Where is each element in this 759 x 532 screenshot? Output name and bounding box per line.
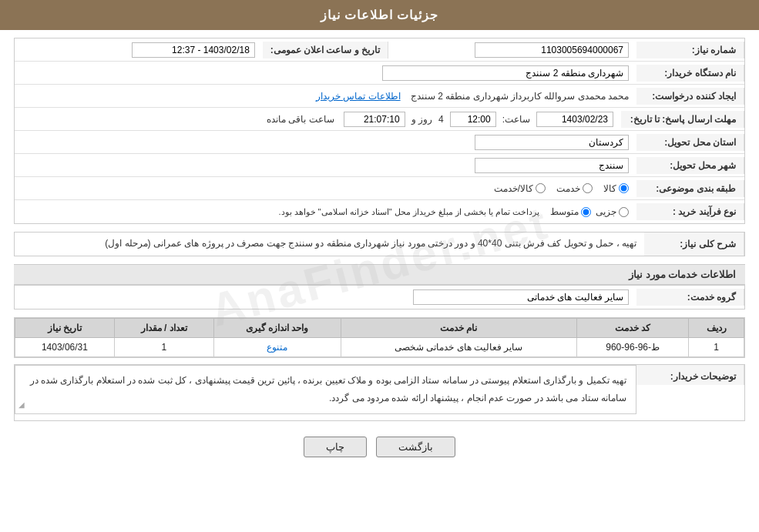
buyer-notes-value: تهیه تکمیل و بارگذاری استعلام پیوستی در … <box>15 365 636 420</box>
cell-unit: متنوع <box>213 338 341 357</box>
buyer-org-row: نام دستگاه خریدار: <box>15 62 744 85</box>
cell-quantity: 1 <box>114 338 213 357</box>
response-days-value: 4 <box>438 114 444 125</box>
button-row: بازگشت چاپ <box>14 429 745 468</box>
creator-label: ایجاد کننده درخواست: <box>636 88 744 105</box>
announce-date-label: تاریخ و ساعت اعلان عمومی: <box>263 42 388 59</box>
group-input[interactable] <box>413 289 629 305</box>
need-number-label: شماره نیاز: <box>636 42 744 59</box>
process-note: پرداخت تمام یا بخشی از مبلغ خریداز محل "… <box>278 207 539 217</box>
response-remaining-input[interactable] <box>344 112 405 127</box>
buyer-notes-row: توضیحات خریدار: تهیه تکمیل و بارگذاری اس… <box>15 365 744 420</box>
col-row-num: ردیف <box>689 319 744 338</box>
col-unit: واحد اندازه گیری <box>213 319 341 338</box>
city-label: شهر محل تحویل: <box>636 157 744 174</box>
table-header-row: ردیف کد خدمت نام خدمت واحد اندازه گیری ت… <box>15 319 744 338</box>
page-header: جزئیات اطلاعات نیاز <box>0 0 759 30</box>
process-value: جزیی متوسط پرداخت تمام یا بخشی از مبلغ خ… <box>15 203 636 220</box>
category-radio-group: کالا خدمت کالا/خدمت <box>22 183 629 194</box>
buyer-notes-label: توضیحات خریدار: <box>636 365 744 385</box>
category-option-kala[interactable]: کالا <box>603 183 629 194</box>
buyer-notes-box: تهیه تکمیل و بارگذاری استعلام پیوستی در … <box>15 365 636 414</box>
response-date-input[interactable] <box>536 112 613 127</box>
need-number-row: شماره نیاز: تاریخ و ساعت اعلان عمومی: <box>15 38 744 62</box>
col-service-name: نام خدمت <box>341 319 577 338</box>
process-radio-jozi[interactable] <box>619 207 629 217</box>
announce-date-input[interactable] <box>132 42 255 58</box>
province-row: استان محل تحویل: <box>15 131 744 154</box>
group-value <box>15 286 636 308</box>
resize-icon: ◢ <box>18 397 25 412</box>
back-button[interactable]: بازگشت <box>376 437 455 457</box>
response-deadline-label: مهلت ارسال پاسخ: تا تاریخ: <box>621 111 744 128</box>
category-row: طبقه بندی موضوعی: کالا خدمت کالا/خدمت <box>15 177 744 200</box>
province-label: استان محل تحویل: <box>636 134 744 151</box>
creator-value: محمد محمدی سروالله کاربرداز شهرداری منطق… <box>15 88 636 105</box>
response-inline-inputs: ساعت: 4 روز و ساعت باقی مانده <box>22 112 613 127</box>
city-input[interactable] <box>475 158 629 173</box>
process-radio-motosat[interactable] <box>581 207 591 217</box>
response-time-label: ساعت: <box>502 114 530 125</box>
col-quantity: تعداد / مقدار <box>114 319 213 338</box>
response-days-label: روز و <box>411 114 432 125</box>
col-date: تاریخ نیاز <box>15 319 115 338</box>
response-time-input[interactable] <box>450 112 496 127</box>
col-service-code: کد خدمت <box>577 319 689 338</box>
cell-service-code: ط-96-96-960 <box>577 338 689 357</box>
city-row: شهر محل تحویل: <box>15 154 744 177</box>
process-label: نوع فرآیند خرید : <box>636 203 744 220</box>
buyer-org-value <box>15 62 636 84</box>
services-group-section: گروه خدمت: <box>14 285 745 309</box>
buyer-notes-text-0: تهیه تکمیل و بارگذاری استعلام پیوستی در … <box>30 375 626 403</box>
creator-row: ایجاد کننده درخواست: محمد محمدی سروالله … <box>15 85 744 108</box>
category-label: طبقه بندی موضوعی: <box>636 180 744 197</box>
category-option-khedmat[interactable]: خدمت <box>556 183 593 194</box>
summary-section: شرح کلی نیاز: تهیه ، حمل و تحویل کف فرش … <box>14 232 745 256</box>
page-container: AnaFinder.net جزئیات اطلاعات نیاز شماره … <box>0 0 759 532</box>
services-table-container: ردیف کد خدمت نام خدمت واحد اندازه گیری ت… <box>14 317 745 358</box>
group-row: گروه خدمت: <box>15 286 744 309</box>
province-value <box>15 132 636 153</box>
category-option-both[interactable]: کالا/خدمت <box>494 183 546 194</box>
group-label: گروه خدمت: <box>636 289 744 306</box>
creator-text: محمد محمدی سروالله کاربرداز شهرداری منطق… <box>411 91 629 102</box>
city-value <box>15 155 636 176</box>
province-input[interactable] <box>475 135 629 150</box>
services-section-title: اطلاعات خدمات مورد نیاز <box>14 264 745 285</box>
category-radio-both[interactable] <box>536 183 546 193</box>
response-deadline-value: ساعت: 4 روز و ساعت باقی مانده <box>15 109 621 130</box>
creator-contact-link[interactable]: اطلاعات تماس خریدار <box>316 91 401 102</box>
need-number-value <box>388 39 636 61</box>
cell-row-num: 1 <box>689 338 744 357</box>
category-radio-khedmat[interactable] <box>583 183 593 193</box>
process-row: نوع فرآیند خرید : جزیی متوسط پرداخت تمام… <box>15 200 744 223</box>
need-number-input[interactable] <box>475 42 629 58</box>
category-radio-kala[interactable] <box>619 183 629 193</box>
summary-row: شرح کلی نیاز: تهیه ، حمل و تحویل کف فرش … <box>15 233 744 256</box>
process-option-jozi[interactable]: جزیی <box>596 206 629 217</box>
buyer-org-label: نام دستگاه خریدار: <box>636 65 744 82</box>
summary-label: شرح کلی نیاز: <box>644 233 744 256</box>
cell-service-name: سایر فعالیت های خدماتی شخصی <box>341 338 577 357</box>
announce-date-value <box>15 39 263 61</box>
process-options-row: جزیی متوسط پرداخت تمام یا بخشی از مبلغ خ… <box>22 206 629 217</box>
response-remaining-label: ساعت باقی مانده <box>267 114 334 125</box>
buyer-org-input[interactable] <box>382 65 629 81</box>
page-title: جزئیات اطلاعات نیاز <box>321 8 439 22</box>
print-button[interactable]: چاپ <box>304 437 367 457</box>
cell-date: 1403/06/31 <box>15 338 115 357</box>
summary-text: تهیه ، حمل و تحویل کف فرش بتنی 40*40 و د… <box>15 233 644 256</box>
category-value: کالا خدمت کالا/خدمت <box>15 180 636 197</box>
buyer-notes-section: توضیحات خریدار: تهیه تکمیل و بارگذاری اس… <box>14 364 745 421</box>
response-deadline-row: مهلت ارسال پاسخ: تا تاریخ: ساعت: 4 روز و… <box>15 108 744 131</box>
table-row: 1 ط-96-96-960 سایر فعالیت های خدماتی شخص… <box>15 338 744 357</box>
services-table: ردیف کد خدمت نام خدمت واحد اندازه گیری ت… <box>15 318 744 357</box>
main-info-section: شماره نیاز: تاریخ و ساعت اعلان عمومی: نا… <box>14 38 745 224</box>
content-area: شماره نیاز: تاریخ و ساعت اعلان عمومی: نا… <box>0 30 759 476</box>
process-option-motosat[interactable]: متوسط <box>550 206 591 217</box>
